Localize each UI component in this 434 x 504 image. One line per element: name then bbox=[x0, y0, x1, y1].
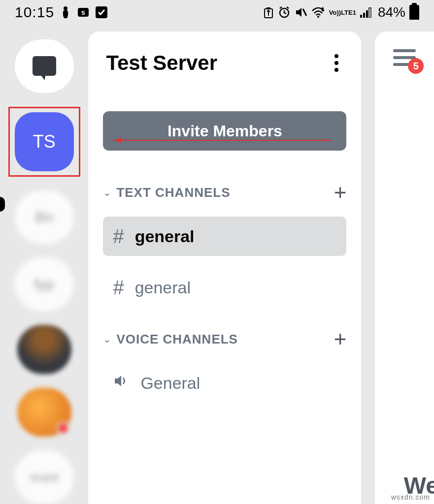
category-text-channels: ⌄ TEXT CHANNELS + # general # general bbox=[88, 160, 361, 307]
category-toggle[interactable]: ⌄ VOICE CHANNELS bbox=[103, 332, 238, 347]
alarm-icon bbox=[278, 6, 291, 19]
speaker-icon bbox=[113, 373, 130, 393]
wifi-icon bbox=[311, 7, 325, 18]
chevron-down-icon: ⌄ bbox=[103, 333, 111, 345]
channel-name: General bbox=[140, 374, 200, 393]
server-icon-blurred-1[interactable]: Bo bbox=[15, 190, 74, 244]
checkbox-icon bbox=[96, 6, 107, 18]
svg-point-0 bbox=[64, 6, 67, 10]
status-bar: 10:15 s Vo))LTE1 84% bbox=[0, 0, 434, 25]
volte-icon: Vo))LTE1 bbox=[329, 9, 356, 16]
add-channel-button[interactable]: + bbox=[334, 327, 347, 351]
annotation-arrow bbox=[113, 140, 332, 141]
server-selected-highlight: TS bbox=[8, 107, 80, 177]
server-icon-blurred-5[interactable]: stupid bbox=[15, 450, 74, 504]
svg-rect-7 bbox=[360, 15, 362, 18]
add-channel-button[interactable]: + bbox=[334, 180, 347, 205]
server-rail: TS Bo fyp stupid bbox=[0, 25, 88, 504]
mute-icon bbox=[295, 6, 307, 19]
category-voice-channels: ⌄ VOICE CHANNELS + General bbox=[88, 307, 361, 403]
chat-bubble-icon bbox=[33, 56, 56, 76]
dm-button[interactable] bbox=[15, 39, 74, 93]
recycle-icon bbox=[263, 6, 274, 19]
server-icon-test-server[interactable]: TS bbox=[15, 112, 74, 171]
invite-label: Invite Members bbox=[167, 122, 282, 140]
channel-general-active[interactable]: # general bbox=[103, 217, 346, 256]
hash-icon: # bbox=[113, 225, 124, 248]
notification-dot bbox=[57, 422, 69, 435]
category-name: TEXT CHANNELS bbox=[116, 185, 230, 200]
battery-icon bbox=[409, 5, 419, 20]
voice-channel-general[interactable]: General bbox=[103, 363, 346, 403]
signal-icon bbox=[360, 7, 372, 18]
notification-badge: 5 bbox=[408, 58, 424, 74]
server-icon-blurred-2[interactable]: fyp bbox=[15, 257, 74, 311]
svg-rect-10 bbox=[369, 8, 371, 18]
server-initials: TS bbox=[33, 131, 56, 152]
server-icon-blurred-3[interactable] bbox=[17, 325, 71, 374]
skype-icon: s bbox=[77, 6, 90, 19]
server-icon-blurred-4[interactable] bbox=[17, 388, 71, 437]
channel-name: general bbox=[135, 278, 191, 297]
svg-text:s: s bbox=[81, 8, 85, 16]
rail-indicator bbox=[0, 197, 5, 212]
server-title: Test Server bbox=[106, 51, 217, 75]
category-toggle[interactable]: ⌄ TEXT CHANNELS bbox=[103, 185, 230, 200]
status-time: 10:15 bbox=[15, 4, 54, 21]
svg-rect-8 bbox=[363, 13, 365, 18]
category-name: VOICE CHANNELS bbox=[116, 332, 238, 347]
pregnant-icon bbox=[60, 5, 71, 19]
right-panel: 5 We bbox=[375, 32, 434, 504]
channel-general-2[interactable]: # general bbox=[103, 268, 346, 307]
channel-panel: Test Server Invite Members ⌄ TEXT CHANNE… bbox=[88, 32, 361, 504]
watermark: wsxdn.com bbox=[391, 493, 430, 501]
channel-name: general bbox=[135, 227, 195, 246]
members-menu-button[interactable]: 5 bbox=[393, 49, 416, 66]
more-options-button[interactable] bbox=[330, 49, 343, 77]
hash-icon: # bbox=[113, 277, 124, 299]
svg-rect-9 bbox=[366, 10, 368, 18]
invite-members-button[interactable]: Invite Members bbox=[103, 111, 346, 151]
battery-percent: 84% bbox=[378, 4, 405, 20]
chevron-down-icon: ⌄ bbox=[103, 187, 111, 198]
svg-point-6 bbox=[317, 16, 319, 18]
